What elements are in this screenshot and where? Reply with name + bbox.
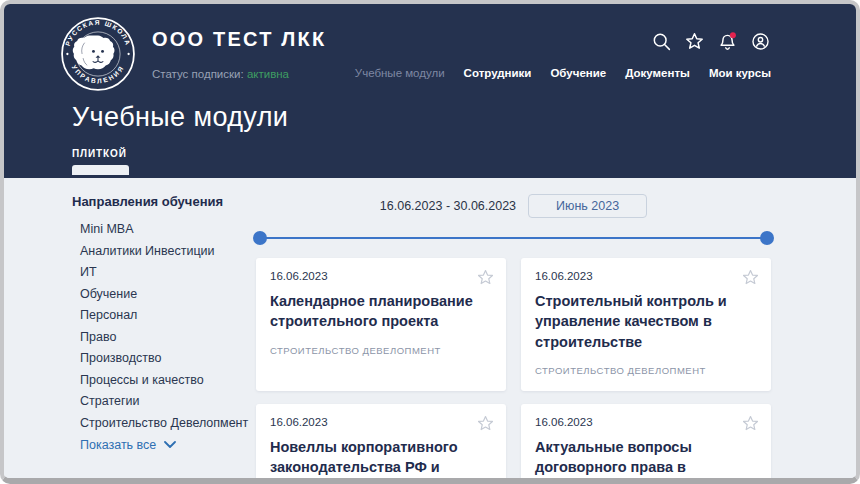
slider-track[interactable] xyxy=(262,237,765,239)
content: Направления обучения Mini MBA Аналитики … xyxy=(4,178,856,484)
card-title: Новеллы корпоративного законодательства … xyxy=(270,437,492,484)
sidebar-item-mini-mba[interactable]: Mini MBA xyxy=(80,223,256,235)
card-title: Календарное планирование строительного п… xyxy=(270,291,492,332)
card-date: 16.06.2023 xyxy=(270,416,492,428)
favorite-star-icon[interactable] xyxy=(741,268,760,287)
sidebar-item-personnel[interactable]: Персонал xyxy=(80,309,256,321)
show-all-link[interactable]: Показать все xyxy=(72,438,256,452)
favorites-star-icon[interactable] xyxy=(684,31,705,52)
card-tag: СТРОИТЕЛЬСТВО ДЕВЕЛОПМЕНТ xyxy=(535,365,757,376)
favorite-star-icon[interactable] xyxy=(476,414,495,433)
company-name: ООО ТЕСТ ЛКК xyxy=(152,28,326,51)
sidebar-item-education[interactable]: Обучение xyxy=(80,288,256,300)
search-icon[interactable] xyxy=(651,31,672,52)
tab-active-indicator xyxy=(72,165,129,175)
subscription-value: активна xyxy=(247,68,289,80)
card-date: 16.06.2023 xyxy=(535,270,757,282)
module-cards-grid: 16.06.2023 Календарное планирование стро… xyxy=(256,258,771,484)
nav-item-education[interactable]: Обучение xyxy=(550,67,606,79)
tab-label: плиткой xyxy=(72,148,129,159)
slider-handle-end[interactable] xyxy=(760,231,774,245)
module-card[interactable]: 16.06.2023 Новеллы корпоративного законо… xyxy=(256,404,506,484)
sidebar-list: Mini MBA Аналитики Инвестиции ИТ Обучени… xyxy=(72,223,256,429)
favorite-star-icon[interactable] xyxy=(741,414,760,433)
sidebar-item-it[interactable]: ИТ xyxy=(80,266,256,278)
card-date: 16.06.2023 xyxy=(270,270,492,282)
nav-item-my-courses[interactable]: Мои курсы xyxy=(709,67,771,79)
card-tag: СТРОИТЕЛЬСТВО ДЕВЕЛОПМЕНТ xyxy=(270,345,492,356)
month-picker-button[interactable]: Июнь 2023 xyxy=(528,194,647,218)
card-date: 16.06.2023 xyxy=(535,416,757,428)
slider-handle-start[interactable] xyxy=(253,231,267,245)
favorite-star-icon[interactable] xyxy=(476,268,495,287)
subscription-status: Статус подписки: активна xyxy=(152,68,326,80)
sidebar-title: Направления обучения xyxy=(72,194,256,209)
main-nav: Учебные модули Сотрудники Обучение Докум… xyxy=(355,67,771,79)
app-window: РУССКАЯ ШКОЛА УПРАВЛЕНИЯ xyxy=(0,0,860,484)
nav-item-training-modules[interactable]: Учебные модули xyxy=(355,67,445,79)
card-title: Актуальные вопросы договорного права в п… xyxy=(535,437,757,484)
sidebar-item-strategies[interactable]: Стратегии xyxy=(80,395,256,407)
tab-tiles-view[interactable]: плиткой xyxy=(72,148,129,175)
subscription-label: Статус подписки: xyxy=(152,68,244,80)
brand: РУССКАЯ ШКОЛА УПРАВЛЕНИЯ xyxy=(60,16,326,92)
header-icons xyxy=(651,31,771,52)
sidebar-item-analytics-investments[interactable]: Аналитики Инвестиции xyxy=(80,245,256,257)
date-range-label: 16.06.2023 - 30.06.2023 xyxy=(380,199,516,213)
module-card[interactable]: 16.06.2023 Календарное планирование стро… xyxy=(256,258,506,391)
chevron-down-icon xyxy=(164,441,176,449)
lion-emblem-icon: РУССКАЯ ШКОЛА УПРАВЛЕНИЯ xyxy=(60,16,136,92)
module-card[interactable]: 16.06.2023 Строительный контроль и управ… xyxy=(521,258,771,391)
sidebar-item-processes-quality[interactable]: Процессы и качество xyxy=(80,374,256,386)
nav-item-employees[interactable]: Сотрудники xyxy=(464,67,532,79)
header: РУССКАЯ ШКОЛА УПРАВЛЕНИЯ xyxy=(4,4,856,178)
nav-item-documents[interactable]: Документы xyxy=(625,67,690,79)
sidebar-training-directions: Направления обучения Mini MBA Аналитики … xyxy=(72,194,256,484)
notification-badge xyxy=(730,32,736,38)
date-range-slider xyxy=(260,231,767,245)
sidebar-item-law[interactable]: Право xyxy=(80,331,256,343)
card-title: Строительный контроль и управление качес… xyxy=(535,291,757,352)
page-title: Учебные модули xyxy=(72,102,856,133)
sidebar-item-production[interactable]: Производство xyxy=(80,352,256,364)
filter-row: 16.06.2023 - 30.06.2023 Июнь 2023 xyxy=(256,194,771,218)
modules-main: 16.06.2023 - 30.06.2023 Июнь 2023 16.06.… xyxy=(256,194,771,484)
notifications-bell-icon[interactable] xyxy=(717,31,738,52)
profile-icon[interactable] xyxy=(750,31,771,52)
show-all-label: Показать все xyxy=(80,438,156,452)
sidebar-item-construction-development[interactable]: Строительство Девелопмент xyxy=(80,417,256,429)
company-logo[interactable]: РУССКАЯ ШКОЛА УПРАВЛЕНИЯ xyxy=(60,16,136,92)
module-card[interactable]: 16.06.2023 Актуальные вопросы договорног… xyxy=(521,404,771,484)
